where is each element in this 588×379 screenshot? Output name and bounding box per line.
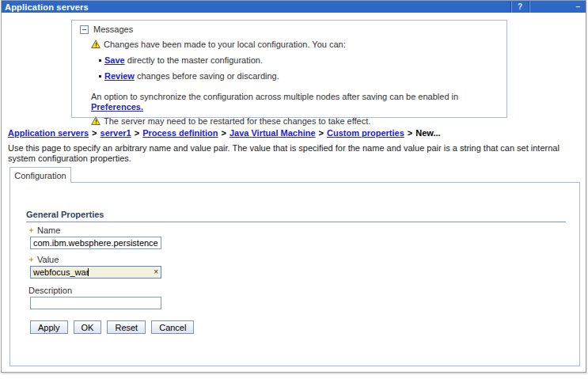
- messages-panel: Messages Changes have been made to your …: [71, 20, 507, 118]
- general-properties-heading: General Properties: [26, 210, 566, 222]
- ok-button[interactable]: OK: [74, 320, 102, 334]
- app-window: Application servers ? – Messages Changes…: [1, 0, 586, 373]
- custom-property-form: Name Value × Description: [30, 226, 194, 334]
- message-item-text: Save directly to the master configuratio…: [104, 55, 263, 66]
- breadcrumb: Application servers>server1>Process defi…: [8, 128, 441, 138]
- minimize-icon[interactable]: –: [529, 1, 586, 13]
- text-caret: [88, 268, 89, 276]
- page-description: Use this page to specify an arbitrary na…: [8, 143, 586, 164]
- breadcrumb-custom-properties[interactable]: Custom properties: [327, 128, 404, 138]
- save-rest-text: directly to the master configuration.: [127, 55, 263, 65]
- sync-note: An option to synchronize the configurati…: [91, 92, 499, 112]
- titlebar-controls: ? –: [510, 1, 586, 13]
- cancel-button[interactable]: Cancel: [151, 320, 194, 334]
- breadcrumb-application-servers[interactable]: Application servers: [8, 128, 89, 138]
- bullet-icon: [99, 75, 101, 78]
- screen: Application servers ? – Messages Changes…: [0, 0, 588, 379]
- breadcrumb-current: New...: [415, 128, 440, 138]
- name-label: Name: [37, 226, 60, 235]
- messages-header: Messages: [80, 25, 499, 34]
- reset-button[interactable]: Reset: [107, 320, 146, 334]
- save-link[interactable]: Save: [104, 55, 125, 65]
- breadcrumb-separator: >: [319, 128, 324, 138]
- collapse-icon[interactable]: [80, 25, 89, 34]
- form-buttons: Apply OK Reset Cancel: [30, 320, 194, 334]
- configuration-panel: General Properties Name Value ×: [9, 182, 580, 366]
- message-item-text: Review changes before saving or discardi…: [104, 71, 279, 81]
- message-item-review: Review changes before saving or discardi…: [99, 71, 499, 81]
- name-input[interactable]: [30, 237, 161, 249]
- breadcrumb-separator: >: [221, 128, 226, 138]
- tab-configuration-label: Configuration: [14, 171, 66, 180]
- message-item-save: Save directly to the master configuratio…: [99, 55, 499, 66]
- breadcrumb-java-virtual-machine[interactable]: Java Virtual Machine: [230, 128, 316, 138]
- value-label: Value: [37, 255, 59, 264]
- help-icon[interactable]: ?: [510, 1, 529, 13]
- value-field-wrap: ×: [30, 266, 161, 279]
- description-label: Description: [28, 286, 72, 295]
- required-icon: [28, 257, 34, 263]
- messages-intro-text: Changes have been made to your local con…: [104, 40, 346, 50]
- breadcrumb-separator: >: [135, 128, 139, 138]
- breadcrumb-separator: >: [92, 128, 97, 138]
- restart-note-row: The server may need to be restarted for …: [91, 116, 499, 127]
- name-label-row: Name: [28, 226, 194, 235]
- tab-configuration[interactable]: Configuration: [9, 167, 71, 183]
- apply-button[interactable]: Apply: [30, 320, 68, 334]
- breadcrumb-separator: >: [408, 128, 412, 138]
- clear-field-icon[interactable]: ×: [154, 267, 158, 277]
- value-label-row: Value: [28, 255, 194, 264]
- value-input[interactable]: [30, 266, 161, 279]
- messages-title: Messages: [93, 25, 133, 34]
- sync-note-text: An option to synchronize the configurati…: [91, 92, 458, 101]
- bullet-icon: [99, 59, 101, 62]
- required-icon: [28, 228, 34, 233]
- description-input[interactable]: [30, 297, 161, 309]
- window-titlebar: Application servers ? –: [2, 1, 586, 13]
- restart-note-text: The server may need to be restarted for …: [104, 116, 370, 127]
- preferences-link[interactable]: Preferences.: [91, 102, 143, 112]
- review-link[interactable]: Review: [104, 71, 135, 81]
- window-title: Application servers: [2, 2, 89, 12]
- review-rest-text: changes before saving or discarding.: [137, 71, 279, 81]
- description-label-row: Description: [28, 286, 194, 295]
- warning-icon: [91, 116, 101, 125]
- breadcrumb-server1[interactable]: server1: [101, 128, 131, 138]
- messages-intro-row: Changes have been made to your local con…: [91, 40, 499, 50]
- warning-icon: [91, 40, 101, 48]
- breadcrumb-process-definition[interactable]: Process definition: [142, 128, 218, 138]
- minus-glyph: [82, 29, 86, 30]
